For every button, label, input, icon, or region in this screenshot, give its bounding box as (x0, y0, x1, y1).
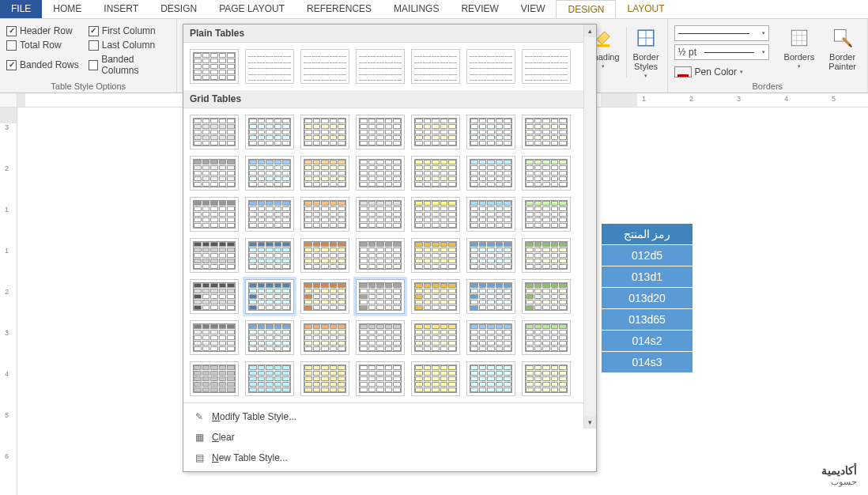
table-style-swatch[interactable] (522, 279, 571, 314)
table-row[interactable]: 013d65 (602, 309, 693, 331)
table-style-swatch[interactable] (411, 320, 460, 355)
ribbon-tab-insert[interactable]: INSERT (92, 0, 149, 18)
table-row[interactable]: 014s3 (602, 352, 693, 373)
ribbon-tab-file[interactable]: FILE (0, 0, 42, 18)
table-style-swatch[interactable] (300, 320, 349, 355)
table-style-swatch[interactable] (466, 320, 515, 355)
table-row[interactable]: 013d20 (602, 288, 693, 309)
ribbon-tab-review[interactable]: REVIEW (450, 0, 509, 18)
menu-new-table-style[interactable]: ▤ New Table Style... (183, 448, 596, 468)
table-style-swatch[interactable] (466, 197, 515, 232)
table-style-swatch[interactable] (356, 238, 405, 273)
table-style-swatch[interactable] (300, 361, 349, 396)
pen-color-button[interactable]: Pen Color ▾ (674, 66, 769, 77)
table-style-swatch[interactable] (522, 197, 571, 232)
ribbon-tab-references[interactable]: REFERENCES (296, 0, 383, 18)
table-style-swatch[interactable] (190, 238, 239, 273)
table-style-swatch[interactable] (190, 156, 239, 191)
table-cell[interactable]: 012d5 (602, 245, 693, 266)
table-cell[interactable]: 013d1 (602, 266, 693, 288)
checkbox-header-row[interactable]: Header Row (6, 25, 79, 36)
table-style-swatch[interactable] (356, 361, 405, 396)
table-row[interactable]: 014s2 (602, 331, 693, 352)
table-style-swatch[interactable] (300, 156, 349, 191)
table-style-swatch[interactable] (190, 115, 239, 149)
borders-button[interactable]: Borders ▾ (779, 22, 820, 73)
table-style-swatch[interactable] (300, 197, 349, 232)
border-weight-combo[interactable]: ½ pt ▾ (674, 44, 769, 60)
document-table[interactable]: رمز المنتج 012d5013d1013d20013d65014s201… (602, 224, 693, 372)
table-style-swatch[interactable] (466, 49, 515, 84)
table-style-swatch[interactable] (190, 320, 239, 355)
table-style-swatch[interactable] (522, 320, 571, 355)
ribbon-tab-page-layout[interactable]: PAGE LAYOUT (208, 0, 296, 18)
table-style-swatch[interactable] (190, 361, 239, 396)
table-style-swatch[interactable] (300, 279, 349, 314)
ribbon-tab-mailings[interactable]: MAILINGS (383, 0, 450, 18)
table-cell[interactable]: 013d20 (602, 288, 693, 309)
table-style-swatch[interactable] (245, 361, 294, 396)
table-style-swatch[interactable] (356, 49, 405, 84)
checkbox-first-column[interactable]: First Column (89, 25, 171, 36)
border-painter-button[interactable]: Border Painter (824, 22, 861, 74)
table-style-swatch[interactable] (466, 115, 515, 149)
ribbon-tab-view[interactable]: VIEW (510, 0, 557, 18)
table-style-swatch[interactable] (190, 279, 239, 314)
table-style-swatch[interactable] (411, 361, 460, 396)
ribbon-tab-context-layout[interactable]: LAYOUT (616, 0, 675, 18)
table-style-swatch[interactable] (356, 279, 405, 314)
vertical-ruler[interactable]: 3211234567 (0, 108, 17, 495)
table-style-swatch[interactable] (466, 238, 515, 273)
table-style-swatch[interactable] (245, 115, 294, 149)
table-style-swatch[interactable] (245, 156, 294, 191)
table-style-swatch[interactable] (466, 156, 515, 191)
table-style-swatch[interactable] (522, 156, 571, 191)
table-style-swatch[interactable] (245, 197, 294, 232)
ribbon-tab-design[interactable]: DESIGN (149, 0, 208, 18)
ribbon-tab-context-design[interactable]: DESIGN (556, 0, 616, 18)
table-style-swatch[interactable] (411, 197, 460, 232)
table-style-swatch[interactable] (300, 115, 349, 149)
table-style-swatch[interactable] (466, 361, 515, 396)
table-style-swatch[interactable] (245, 279, 294, 314)
table-style-swatch[interactable] (411, 279, 460, 314)
table-cell[interactable]: 014s3 (602, 352, 693, 373)
border-styles-button[interactable]: Border Styles ▾ (628, 22, 664, 82)
table-row[interactable]: 012d5 (602, 245, 693, 266)
checkbox-banded-columns[interactable]: Banded Columns (89, 54, 171, 76)
scroll-down-icon[interactable]: ▾ (584, 416, 596, 429)
table-style-swatch[interactable] (411, 238, 460, 273)
table-style-swatch[interactable] (245, 320, 294, 355)
checkbox-total-row[interactable]: Total Row (6, 40, 79, 51)
table-style-swatch[interactable] (522, 49, 571, 84)
table-header[interactable]: رمز المنتج (602, 224, 693, 245)
menu-modify-table-style[interactable]: ✎ Modify Table Style... (183, 406, 596, 427)
table-style-swatch[interactable] (300, 238, 349, 273)
table-style-swatch[interactable] (411, 115, 460, 149)
table-style-swatch[interactable] (411, 49, 460, 84)
table-style-swatch[interactable] (356, 320, 405, 355)
table-style-swatch[interactable] (356, 115, 405, 149)
table-cell[interactable]: 014s2 (602, 331, 693, 352)
border-line-style-combo[interactable]: ▾ (674, 25, 769, 41)
table-style-swatch[interactable] (466, 279, 515, 314)
table-style-swatch[interactable] (411, 156, 460, 191)
table-style-swatch[interactable] (190, 197, 239, 232)
menu-clear[interactable]: ▦ Clear (183, 427, 596, 448)
checkbox-last-column[interactable]: Last Column (89, 40, 171, 51)
table-style-swatch[interactable] (245, 49, 294, 84)
table-style-swatch[interactable] (300, 49, 349, 84)
table-row[interactable]: 013d1 (602, 266, 693, 288)
table-style-swatch[interactable] (522, 361, 571, 396)
table-style-swatch[interactable] (356, 197, 405, 232)
checkbox-banded-rows[interactable]: Banded Rows (6, 54, 79, 76)
table-cell[interactable]: 013d65 (602, 309, 693, 331)
table-style-swatch[interactable] (522, 238, 571, 273)
ribbon-tab-home[interactable]: HOME (42, 0, 92, 18)
scroll-up-icon[interactable]: ▴ (584, 25, 596, 37)
table-style-swatch[interactable] (245, 238, 294, 273)
table-style-swatch[interactable] (190, 49, 239, 84)
table-style-swatch[interactable] (522, 115, 571, 149)
table-style-swatch[interactable] (356, 156, 405, 191)
gallery-scrollbar[interactable]: ▴ ▾ (583, 25, 596, 429)
